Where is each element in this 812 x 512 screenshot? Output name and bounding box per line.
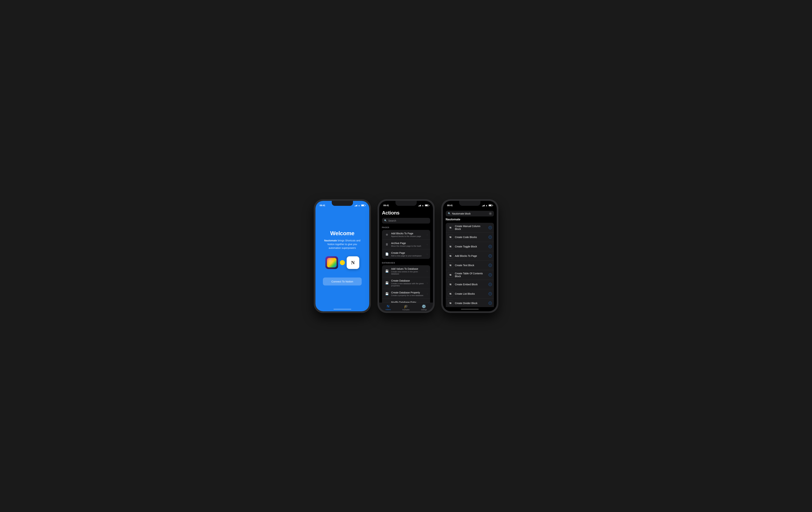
- add-values-subtitle: Create new entries in the given database: [391, 271, 425, 275]
- results-section-label: Nautomate: [446, 218, 494, 221]
- brand-name: Nautomate: [324, 239, 337, 242]
- status-icons-1: ▲: [354, 204, 365, 207]
- archive-page-chevron: ›: [427, 243, 428, 246]
- result-n-icon-5: N: [448, 263, 453, 268]
- search-input[interactable]: Nautomate block: [452, 212, 488, 215]
- tab-bar-2: N Actions 🎓 Examples ⚙️ Settings: [379, 303, 433, 311]
- search-results-screen: 09:41 ▲ 🔍 N: [443, 201, 497, 311]
- create-db-property-subtitle: Create a property for a new database: [391, 294, 425, 296]
- create-page-item[interactable]: 📄 Create Page Add a new page to your wor…: [382, 249, 430, 259]
- actions-search-bar[interactable]: 🔍 Search: [382, 218, 430, 223]
- battery-icon-2: [425, 204, 429, 206]
- result-toggle-block-info[interactable]: i: [489, 245, 492, 248]
- add-blocks-to-page-item[interactable]: ⊕ Add Blocks To Page Append blocks to th…: [382, 230, 430, 240]
- result-code-blocks-title: Create Code Blocks: [455, 236, 487, 239]
- result-create-manual-column[interactable]: N Create Manual Column Block i: [446, 223, 494, 233]
- phone-1: 09:41 ▲ Welcome: [314, 200, 371, 313]
- pages-section-label: PAGES: [382, 227, 430, 229]
- connect-to-notion-button[interactable]: Connect To Notion: [323, 277, 361, 285]
- signal-icon-2: [418, 204, 421, 206]
- databases-group: 💾 Add Values To Database Create new entr…: [382, 265, 430, 303]
- result-create-embed-block[interactable]: N Create Embed Block i: [446, 280, 494, 289]
- result-add-blocks-info[interactable]: i: [489, 254, 492, 258]
- status-icons-2: ▲: [418, 204, 429, 207]
- tab-actions[interactable]: N Actions: [379, 304, 397, 310]
- search-clear-button[interactable]: ✕: [489, 212, 492, 215]
- home-bar-3: [461, 309, 478, 309]
- result-code-blocks-info[interactable]: i: [489, 236, 492, 239]
- result-divider-block-title: Create Divider Block: [455, 302, 487, 305]
- result-create-divider-block[interactable]: N Create Divider Block i: [446, 299, 494, 307]
- create-database-icon: 💾: [384, 280, 389, 285]
- result-toc-block-info[interactable]: i: [489, 273, 492, 276]
- result-create-text-block[interactable]: N Create Text Block i: [446, 261, 494, 270]
- volume-down-button: [314, 229, 314, 235]
- result-manual-column-title: Create Manual Column Block: [455, 225, 487, 231]
- home-indicator-1: [315, 307, 369, 311]
- archive-page-text: Archive Page Move the chosen page to the…: [391, 242, 425, 247]
- result-list-blocks-title: Create List Blocks: [455, 292, 487, 295]
- app-icons-row: ⚡ N: [325, 256, 359, 269]
- modify-db-title: Modify Database Entry: [391, 301, 425, 303]
- add-values-title: Add Values To Database: [391, 267, 425, 270]
- status-time-2: 09:41: [383, 204, 389, 207]
- result-text-block-title: Create Text Block: [455, 264, 487, 267]
- add-values-text: Add Values To Database Create new entrie…: [391, 267, 425, 275]
- result-create-list-blocks[interactable]: N Create List Blocks i: [446, 289, 494, 299]
- result-create-code-blocks[interactable]: N Create Code Blocks i: [446, 233, 494, 242]
- create-db-property-title: Create Database Property: [391, 291, 425, 294]
- archive-page-icon: 🗑: [384, 242, 389, 247]
- battery-icon-1: [361, 204, 365, 206]
- volume-up-3: [441, 222, 442, 228]
- result-list-blocks-info[interactable]: i: [489, 292, 492, 295]
- create-database-chevron: ›: [427, 281, 428, 284]
- tab-examples[interactable]: 🎓 Examples: [397, 304, 415, 310]
- modify-db-icon: ⊙: [384, 301, 389, 303]
- phone-2: 09:41 ▲ Actions: [378, 200, 434, 313]
- result-toggle-block-title: Create Toggle Block: [455, 245, 487, 248]
- signal-icon-1: [354, 204, 357, 206]
- archive-page-item[interactable]: 🗑 Archive Page Move the chosen page to t…: [382, 240, 430, 249]
- result-divider-block-info[interactable]: i: [489, 302, 492, 305]
- add-blocks-subtitle: Append blocks to the chosen page: [391, 235, 425, 237]
- home-indicator-3: [443, 307, 497, 311]
- status-icons-3: ▲: [482, 204, 492, 207]
- status-bar-2: 09:41 ▲: [379, 201, 433, 209]
- active-search-bar[interactable]: 🔍 Nautomate block ✕: [446, 211, 494, 216]
- actions-title: Actions: [382, 210, 430, 216]
- volume-down-2: [378, 229, 378, 235]
- tab-examples-icon: 🎓: [404, 304, 408, 308]
- create-db-property-item[interactable]: 💾 Create Database Property Create a prop…: [382, 289, 430, 299]
- add-values-item[interactable]: 💾 Add Values To Database Create new entr…: [382, 265, 430, 277]
- add-blocks-icon: ⊕: [384, 232, 389, 237]
- tab-settings-label: Settings: [421, 309, 427, 310]
- archive-page-title: Archive Page: [391, 242, 425, 245]
- create-db-property-text: Create Database Property Create a proper…: [391, 291, 425, 296]
- create-database-item[interactable]: 💾 Create Database Create a new database …: [382, 277, 430, 289]
- search-header: 🔍 Nautomate block ✕: [443, 209, 497, 218]
- signal-icon-3: [482, 204, 485, 206]
- phone-2-screen: 09:41 ▲ Actions: [379, 201, 433, 311]
- welcome-screen: 09:41 ▲ Welcome: [315, 201, 369, 311]
- result-create-toggle-block[interactable]: N Create Toggle Block i: [446, 242, 494, 251]
- result-text-block-info[interactable]: i: [489, 264, 492, 267]
- wifi-icon-3: ▲: [486, 204, 488, 207]
- welcome-subtitle: Nautomate brings Shortcuts and Notion to…: [323, 239, 362, 250]
- result-add-blocks-to-page[interactable]: N Add Blocks To Page i: [446, 251, 494, 261]
- result-n-icon-9: N: [448, 301, 453, 306]
- volume-buttons: [314, 222, 314, 235]
- result-embed-block-info[interactable]: i: [489, 283, 492, 286]
- notion-icon-letter: N: [351, 260, 354, 266]
- modify-db-entry-item[interactable]: ⊙ Modify Database Entry Edit values in a…: [382, 299, 430, 303]
- result-toc-block-title: Create Table Of Contents Block: [455, 272, 487, 278]
- result-n-icon: N: [448, 225, 453, 230]
- volume-down-3: [441, 229, 442, 235]
- result-create-toc-block[interactable]: N Create Table Of Contents Block i: [446, 270, 494, 280]
- tab-settings[interactable]: ⚙️ Settings: [415, 304, 433, 310]
- create-page-chevron: ›: [427, 253, 428, 255]
- tab-actions-icon: N: [387, 304, 389, 308]
- archive-page-subtitle: Move the chosen page to the trash: [391, 245, 425, 247]
- databases-section-label: DATABASES: [382, 262, 430, 264]
- create-database-subtitle: Create a new database with the given pro…: [391, 282, 425, 287]
- result-manual-column-info[interactable]: i: [489, 226, 492, 229]
